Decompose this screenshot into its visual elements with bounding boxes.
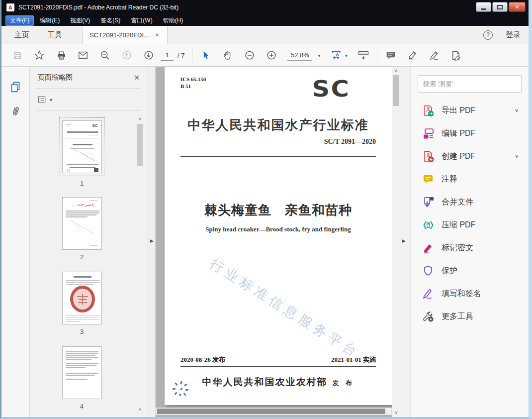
zoom-in-button[interactable] bbox=[261, 44, 282, 66]
scroll-down-icon[interactable]: ˅ bbox=[392, 410, 400, 416]
fill-sign-tool-button[interactable] bbox=[445, 44, 467, 66]
page-scrolling-button[interactable] bbox=[353, 44, 374, 66]
next-page-button[interactable] bbox=[138, 44, 160, 66]
thumbnail-options-button[interactable]: ▾ bbox=[37, 95, 52, 104]
menu-sign[interactable]: 签名(S) bbox=[96, 15, 125, 26]
tool-create-pdf[interactable]: 创建 PDF ˅ bbox=[411, 145, 529, 168]
comment-button[interactable] bbox=[380, 44, 402, 66]
highlight-button[interactable] bbox=[402, 44, 424, 66]
document-title-en: Spiny head croaker—Brood stock, fry and … bbox=[165, 225, 392, 233]
tools-search-box bbox=[418, 75, 522, 93]
tool-comment[interactable]: 注释 bbox=[411, 168, 529, 191]
collapse-handle-icon[interactable]: ▶ bbox=[402, 238, 406, 243]
tool-label: 创建 PDF bbox=[442, 151, 475, 162]
zoom-out-button[interactable] bbox=[239, 44, 261, 66]
tab-document[interactable]: SCT2091-2020FDI... ✕ bbox=[82, 26, 168, 44]
thumbnail-page-4[interactable]: 4 bbox=[30, 346, 134, 410]
comment-tool-icon bbox=[422, 173, 435, 186]
login-button[interactable]: 登录 bbox=[506, 30, 521, 40]
redact-icon bbox=[422, 241, 435, 254]
vertical-scrollbar[interactable]: ˄ ˅ bbox=[392, 67, 400, 417]
search-button[interactable] bbox=[94, 44, 116, 66]
chevron-down-icon[interactable]: ˅ bbox=[515, 107, 519, 114]
tool-fill-sign[interactable]: 填写和签名 bbox=[411, 282, 529, 305]
attachments-rail-button[interactable] bbox=[8, 104, 23, 118]
document-title-cn: 棘头梅童鱼 亲鱼和苗种 bbox=[165, 202, 392, 219]
scrollbar-thumb[interactable] bbox=[137, 124, 143, 166]
menu-window[interactable]: 窗口(W) bbox=[126, 15, 157, 26]
right-panel-collapse-strip: ▶ bbox=[400, 67, 410, 417]
tool-protect[interactable]: 保护 bbox=[411, 259, 529, 282]
menu-help[interactable]: 帮助(H) bbox=[159, 15, 188, 26]
tab-close-icon[interactable]: ✕ bbox=[155, 32, 159, 38]
document-canvas[interactable]: ICS 65.150 B 51 SC 中华人民共和国水产行业标准 SC/T 20… bbox=[156, 67, 392, 417]
fit-width-icon bbox=[330, 49, 342, 61]
fit-width-button[interactable]: ▾ bbox=[326, 44, 353, 66]
menu-edit[interactable]: 编辑(E) bbox=[35, 15, 64, 26]
window-title: SCT2091-2020FDIS.pdf - Adobe Acrobat Rea… bbox=[18, 4, 178, 11]
thumbnail-page-1[interactable]: SC 1 bbox=[30, 117, 134, 187]
horizontal-scrollbar-thumb[interactable] bbox=[157, 409, 385, 414]
divider bbox=[36, 110, 141, 111]
tool-compress-pdf[interactable]: 压缩 PDF bbox=[411, 213, 529, 236]
scroll-up-icon[interactable]: ˄ bbox=[392, 68, 400, 74]
print-button[interactable] bbox=[50, 44, 72, 66]
minimize-button[interactable] bbox=[476, 2, 491, 12]
protect-shield-icon bbox=[422, 264, 435, 277]
hand-tool-button[interactable] bbox=[217, 44, 239, 66]
arrow-up-circle-icon bbox=[121, 50, 132, 61]
options-list-icon bbox=[37, 95, 46, 104]
scroll-down-icon[interactable]: ˅ bbox=[139, 407, 141, 412]
page-number-input[interactable] bbox=[161, 50, 174, 61]
horizontal-scrollbar[interactable] bbox=[156, 408, 392, 415]
page-thumbnails-rail-button[interactable] bbox=[8, 80, 23, 95]
email-button[interactable] bbox=[72, 44, 94, 66]
email-icon bbox=[78, 50, 89, 61]
page-total-label: / 7 bbox=[177, 52, 184, 59]
tools-panel: 导出 PDF ˅ 编辑 PDF 创建 PDF ˅ 注释 bbox=[410, 67, 529, 417]
tool-label: 合并文件 bbox=[442, 197, 473, 208]
panel-close-icon[interactable]: ✕ bbox=[134, 74, 140, 82]
implementation-date: 2021-01-01 实施 bbox=[331, 355, 376, 364]
thumbnails-scrollbar[interactable]: ˄ ˅ bbox=[137, 116, 143, 412]
zoom-level-dropdown[interactable]: 52.8% ▾ bbox=[287, 50, 320, 61]
scroll-up-icon[interactable]: ˄ bbox=[139, 116, 141, 121]
publisher-line: 中华人民共和国农业农村部发 布 bbox=[165, 376, 392, 389]
fill-sign-icon bbox=[450, 50, 462, 61]
tool-label: 保护 bbox=[442, 266, 457, 276]
save-button[interactable] bbox=[6, 44, 28, 66]
menu-bar: 文件(F) 编辑(E) 视图(V) 签名(S) 窗口(W) 帮助(H) bbox=[1, 15, 529, 26]
tool-label: 压缩 PDF bbox=[442, 220, 475, 230]
close-button[interactable]: ✕ bbox=[509, 2, 526, 12]
favorites-button[interactable] bbox=[28, 44, 50, 66]
maximize-icon bbox=[497, 5, 503, 9]
thumbnail-page-2[interactable]: 2 bbox=[30, 197, 134, 261]
vertical-scrollbar-thumb[interactable] bbox=[393, 75, 399, 106]
signature-pen-icon bbox=[429, 50, 440, 61]
sign-button[interactable] bbox=[424, 44, 445, 66]
maximize-button[interactable] bbox=[492, 2, 508, 12]
chevron-down-icon[interactable]: ˅ bbox=[515, 153, 519, 160]
tool-edit-pdf[interactable]: 编辑 PDF bbox=[411, 122, 529, 145]
collapse-handle-icon[interactable]: ▶ bbox=[150, 238, 154, 243]
tab-home[interactable]: 主页 bbox=[5, 26, 38, 44]
select-tool-button[interactable] bbox=[195, 44, 217, 66]
tool-export-pdf[interactable]: 导出 PDF ˅ bbox=[411, 99, 529, 122]
help-icon[interactable]: ? bbox=[483, 30, 493, 40]
tool-label: 更多工具 bbox=[442, 312, 473, 322]
menu-view[interactable]: 视图(V) bbox=[66, 15, 94, 26]
tool-redact[interactable]: 标记密文 bbox=[411, 236, 529, 259]
toolbar-divider bbox=[377, 49, 377, 62]
acrobat-window: A SCT2091-2020FDIS.pdf - Adobe Acrobat R… bbox=[0, 0, 532, 419]
tool-combine-files[interactable]: 合并文件 bbox=[411, 191, 529, 213]
previous-page-button[interactable] bbox=[116, 44, 138, 66]
thumbnail-page-3[interactable]: 3 bbox=[30, 272, 134, 335]
close-icon: ✕ bbox=[515, 4, 519, 10]
window-controls: ✕ bbox=[476, 2, 526, 12]
tab-tools[interactable]: 工具 bbox=[38, 26, 71, 44]
tool-more-tools[interactable]: 更多工具 bbox=[411, 305, 529, 328]
thumbnail-page-number: 1 bbox=[80, 180, 84, 187]
menu-file[interactable]: 文件(F) bbox=[5, 15, 34, 26]
tools-search-input[interactable] bbox=[418, 80, 521, 88]
options-caret-icon: ▾ bbox=[50, 97, 52, 103]
